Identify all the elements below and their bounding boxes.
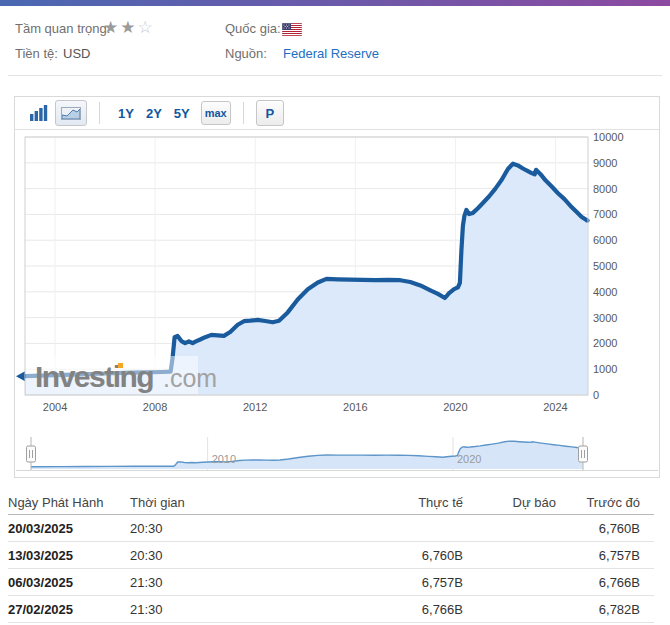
time-cell: 20:30	[130, 521, 305, 536]
previous-cell: 6,757B	[556, 548, 640, 563]
country-label: Quốc gia:	[225, 21, 281, 36]
table-header-cell: Ngày Phát Hành	[8, 495, 130, 510]
price-chart[interactable]: 0100020003000400050006000700080009000100…	[15, 130, 659, 478]
y-axis-label: 4000	[593, 286, 617, 298]
star-filled-icon: ★	[103, 18, 120, 37]
y-axis-label: 0	[593, 389, 599, 401]
table-row: 27/02/202521:306,766B6,782B	[8, 596, 654, 623]
x-axis-label: 2016	[343, 401, 367, 413]
range-button-1y[interactable]: 1Y	[118, 106, 134, 121]
y-axis-label: 8000	[593, 183, 617, 195]
x-axis-label: 2008	[143, 401, 167, 413]
x-axis-label: 2020	[443, 401, 467, 413]
series-start-marker	[16, 371, 25, 381]
time-cell: 21:30	[130, 575, 305, 590]
chart-toolbar: 1Y2Y5Y max P	[15, 97, 659, 130]
actual-cell: 6,760B	[305, 548, 463, 563]
star-filled-icon: ★	[120, 18, 137, 37]
chart-widget: 1Y2Y5Y max P 010002000300040005000600070…	[14, 96, 660, 478]
table-header-cell: Trước đó	[556, 495, 640, 510]
toolbar-separator	[99, 102, 100, 124]
star-empty-icon: ☆	[138, 18, 155, 37]
y-axis-label: 6000	[593, 234, 617, 246]
area-chart-button[interactable]	[55, 100, 87, 126]
navigator-label: 2010	[212, 453, 236, 465]
y-axis-label: 3000	[593, 312, 617, 324]
time-cell: 20:30	[130, 548, 305, 563]
previous-cell: 6,766B	[556, 575, 640, 590]
y-axis-label: 1000	[593, 363, 617, 375]
range-button-5y[interactable]: 5Y	[174, 106, 190, 121]
range-button-2y[interactable]: 2Y	[146, 106, 162, 121]
x-axis-label: 2024	[543, 401, 567, 413]
table-header-row: Ngày Phát HànhThời gianThực tếDự báoTrướ…	[8, 490, 654, 515]
p-button[interactable]: P	[256, 100, 284, 126]
currency-label: Tiền tệ:	[15, 46, 58, 61]
table-row: 13/03/202520:306,760B6,757B	[8, 542, 654, 569]
indicator-meta: Tầm quan trọng: ★★☆ Quốc gia: Tiền tệ: U…	[0, 6, 670, 76]
watermark-orange-dot	[118, 363, 123, 368]
release-date-cell: 13/03/2025	[8, 548, 130, 563]
navigator-label: 2020	[457, 453, 481, 465]
release-date-cell: 20/03/2025	[8, 521, 130, 536]
y-axis-label: 9000	[593, 157, 617, 169]
header-divider	[8, 75, 662, 76]
table-row: 06/03/202521:306,757B6,766B	[8, 569, 654, 596]
previous-cell: 6,782B	[556, 602, 640, 617]
table-header-cell: Thời gian	[130, 495, 305, 510]
area-chart-icon	[61, 107, 81, 120]
y-axis-label: 5000	[593, 260, 617, 272]
table-row: 20/03/202520:306,760B	[8, 515, 654, 542]
time-cell: 21:30	[130, 602, 305, 617]
y-axis-label: 10000	[593, 131, 624, 143]
release-date-cell: 06/03/2025	[8, 575, 130, 590]
us-flag-icon	[282, 23, 302, 39]
y-axis-label: 2000	[593, 337, 617, 349]
actual-cell: 6,757B	[305, 575, 463, 590]
navigator-area	[31, 441, 583, 469]
svg-text:.com: .com	[163, 364, 217, 392]
x-axis-label: 2004	[43, 401, 67, 413]
svg-text:Investing: Investing	[35, 360, 153, 393]
previous-cell: 6,760B	[556, 521, 640, 536]
importance-stars-icon: ★★☆	[103, 17, 155, 38]
x-axis-label: 2012	[243, 401, 267, 413]
source-link[interactable]: Federal Reserve	[283, 46, 379, 61]
currency-value: USD	[63, 46, 90, 61]
actual-cell: 6,766B	[305, 602, 463, 617]
table-header-cell: Thực tế	[305, 495, 463, 510]
bar-chart-icon[interactable]	[29, 104, 48, 122]
y-axis-label: 7000	[593, 208, 617, 220]
investing-watermark: Investing .com	[26, 356, 217, 394]
table-header-cell: Dự báo	[463, 495, 556, 510]
importance-label: Tầm quan trọng:	[15, 21, 110, 36]
max-range-button[interactable]: max	[201, 101, 231, 125]
toolbar-separator	[243, 102, 244, 124]
release-date-cell: 27/02/2025	[8, 602, 130, 617]
source-label: Nguồn:	[225, 46, 267, 61]
navigator-handle-left[interactable]	[27, 437, 36, 470]
releases-table: Ngày Phát HànhThời gianThực tếDự báoTrướ…	[8, 490, 654, 625]
